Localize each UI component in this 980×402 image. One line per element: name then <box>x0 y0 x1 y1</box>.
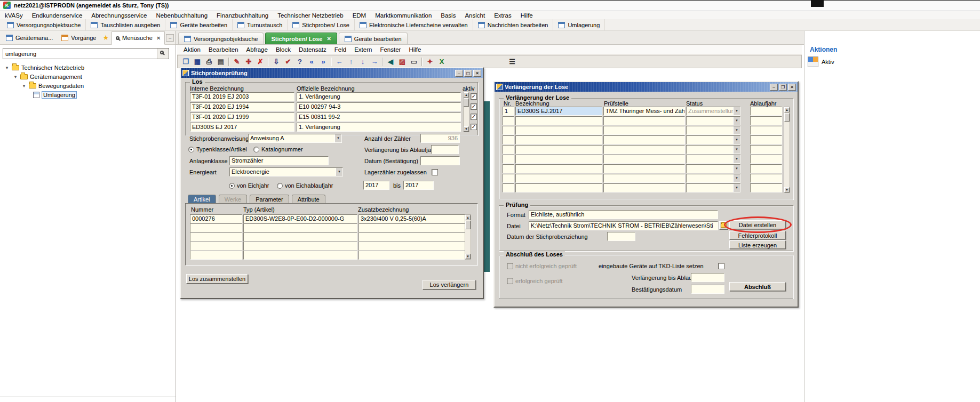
close-icon[interactable]: ✕ <box>473 70 481 77</box>
next-record-icon[interactable]: ↓ <box>357 57 369 67</box>
minimize-panel-icon[interactable]: – <box>166 34 174 42</box>
execute-query-icon[interactable]: ✚ <box>243 57 254 67</box>
katalognummer-radio[interactable] <box>253 147 259 152</box>
liste-erzeugen-button[interactable]: Liste erzeugen <box>729 240 786 249</box>
dropdown-arrow-icon[interactable]: ▼ <box>733 145 740 154</box>
stichprobenanweisung-dropdown[interactable]: Anweisung A ▼ <box>248 134 342 143</box>
status-dropdown[interactable]: ▼ <box>686 116 740 125</box>
tree-node[interactable]: ▾ Bewegungsdaten <box>3 81 173 90</box>
tree-expander-icon[interactable]: ▾ <box>13 74 18 79</box>
quick-launch-item[interactable]: Nachrichten bearbeiten <box>473 19 554 30</box>
bezeichnung-field[interactable] <box>515 174 602 183</box>
scroll-thumb[interactable] <box>464 98 469 107</box>
pruefstelle-field[interactable] <box>603 126 685 135</box>
tree-node[interactable]: ▾ Gerätemanagement <box>3 72 173 81</box>
scroll-thumb[interactable] <box>784 113 790 122</box>
typ-field[interactable] <box>243 251 357 260</box>
cancel-query-icon[interactable]: ✗ <box>254 57 266 67</box>
window-titlebar[interactable]: Verlängerung der Lose – ❐ ✕ <box>495 82 798 92</box>
menu-item[interactable]: Block <box>276 46 291 53</box>
menu-item[interactable]: Extras <box>494 12 512 19</box>
menu-item[interactable]: Finanzbuchhaltung <box>217 12 268 19</box>
pruefstelle-field[interactable] <box>603 145 685 154</box>
aktiv-checkbox[interactable]: ✓ <box>471 114 477 120</box>
aktiv-checkbox[interactable]: ✓ <box>471 103 477 110</box>
eichjahr-bis-field[interactable]: 2017 <box>403 181 434 190</box>
bezeichnung-field[interactable] <box>515 145 602 154</box>
excel-export-icon[interactable]: X <box>436 57 448 67</box>
bezeichnung-field[interactable]: ED300S EJ.2017 <box>515 107 602 116</box>
zusatzbezeichnung-field[interactable] <box>358 242 466 251</box>
nummer-field[interactable] <box>190 232 242 242</box>
nr-field[interactable] <box>503 135 514 144</box>
stichprobenziehung-datum-field[interactable] <box>607 232 635 241</box>
quick-launch-item[interactable]: Geräte bearbeiten <box>165 19 233 30</box>
interne-bezeichnung-field[interactable]: T3F-01 2019 EJ 2003 <box>190 92 294 101</box>
list-icon[interactable]: ☰ <box>506 57 518 67</box>
scroll-up-icon[interactable]: ▲ <box>464 92 469 98</box>
dropdown-arrow-icon[interactable]: ▼ <box>733 155 740 164</box>
sidebar-splitter[interactable] <box>0 397 176 398</box>
scrollbar[interactable]: ▲ ▼ <box>784 107 790 193</box>
nr-field[interactable] <box>503 174 514 183</box>
toolbar-icon[interactable] <box>329 57 333 67</box>
save-icon[interactable]: ▦ <box>192 57 203 67</box>
tree-node[interactable]: ▾ Technischer Netzbetrieb <box>3 63 173 72</box>
verlaengerung-ablaufjahr-field[interactable] <box>691 273 724 282</box>
scroll-down-icon[interactable]: ▼ <box>784 187 790 192</box>
von-eichjahr-radio[interactable] <box>229 183 235 189</box>
scroll-up-icon[interactable]: ▲ <box>465 215 471 220</box>
menu-item[interactable]: kVASy <box>5 12 23 19</box>
next-field-icon[interactable]: → <box>369 57 380 67</box>
main-tab[interactable]: Geräte bearbeiten ✕ <box>339 33 408 44</box>
radio-label[interactable]: von Eichjahr <box>237 182 269 189</box>
menu-item[interactable]: Feld <box>334 46 346 53</box>
typ-field[interactable]: ED300S-W2E8-0P-E00-D2-000000-G <box>243 214 357 223</box>
menu-item[interactable]: Endkundenservice <box>32 12 83 19</box>
scrollbar[interactable]: ▲ ▼ <box>465 214 471 260</box>
toolbar-icon[interactable] <box>266 57 270 67</box>
status-dropdown[interactable]: ▼ <box>686 126 740 135</box>
quick-launch-item[interactable]: Versorgungsobjektsuche <box>2 19 86 30</box>
menu-item[interactable]: Datensatz <box>299 46 326 53</box>
menu-item[interactable]: Fenster <box>380 46 401 53</box>
lagerzaehler-checkbox[interactable]: ✓ <box>432 169 438 175</box>
bezeichnung-field[interactable] <box>515 164 602 173</box>
status-dropdown[interactable]: ▼ <box>686 155 740 164</box>
nr-field[interactable] <box>503 116 514 125</box>
status-dropdown[interactable]: ▼ <box>686 135 740 144</box>
nr-field[interactable] <box>503 145 514 154</box>
scroll-thumb[interactable] <box>465 221 471 229</box>
ablaufjahr-field[interactable] <box>750 107 782 116</box>
keys-icon[interactable]: ✦ <box>424 57 436 67</box>
quick-launch-item[interactable]: Turnustausch <box>233 19 288 30</box>
quick-launch-item[interactable]: Elektronische Lieferscheine verwalten <box>355 19 473 30</box>
bezeichnung-field[interactable] <box>515 155 602 164</box>
update-record-icon[interactable]: ✔ <box>282 57 294 67</box>
radio-label[interactable]: von Eichablaufjahr <box>285 182 333 189</box>
pruefstelle-field[interactable] <box>603 174 685 183</box>
tkd-liste-checkbox[interactable]: ✓ <box>718 263 724 269</box>
dropdown-arrow-icon[interactable]: ▼ <box>334 134 342 143</box>
tab-artikel[interactable]: Artikel <box>188 195 216 204</box>
print-icon[interactable]: ⎙ <box>203 57 215 67</box>
offizielle-bezeichnung-field[interactable]: 1. Verlängerung <box>297 92 461 101</box>
typ-field[interactable] <box>243 232 357 242</box>
aktionen-item[interactable]: Aktiv <box>808 57 834 67</box>
menu-item[interactable]: Extern <box>354 46 372 53</box>
ablaufjahr-field[interactable] <box>750 116 782 125</box>
next-block-icon[interactable]: » <box>317 57 329 67</box>
enter-query-icon[interactable]: ✎ <box>231 57 243 67</box>
pruefstelle-field[interactable] <box>603 183 685 192</box>
menu-item[interactable]: Technischer Netzbetrieb <box>277 12 343 19</box>
status-dropdown[interactable]: ▼ <box>686 145 740 154</box>
menu-item[interactable]: Bearbeiten <box>209 46 238 53</box>
pruefstelle-field[interactable] <box>603 116 685 125</box>
eichjahr-von-field[interactable]: 2017 <box>363 181 389 190</box>
nr-field[interactable] <box>503 183 514 192</box>
previous-block-icon[interactable]: « <box>306 57 317 67</box>
nr-field[interactable] <box>503 155 514 164</box>
toolbar-icon[interactable] <box>380 57 385 67</box>
dropdown-arrow-icon[interactable]: ▼ <box>733 174 740 183</box>
nr-field[interactable] <box>503 164 514 173</box>
